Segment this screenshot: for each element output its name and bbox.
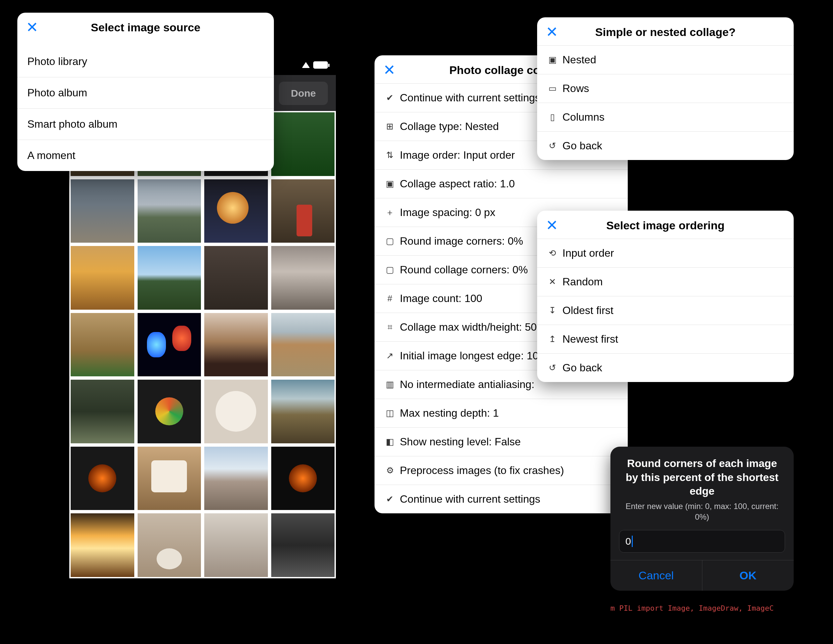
source-option-label: A moment (27, 149, 75, 162)
source-option[interactable]: Photo album (17, 77, 274, 109)
collage-type-option-icon: ▣ (547, 55, 558, 65)
photo-thumb[interactable] (271, 380, 335, 443)
collage-type-option[interactable]: ↺Go back (537, 132, 794, 160)
photo-thumb[interactable] (71, 313, 134, 377)
config-option-label: Preprocess images (to fix crashes) (400, 464, 564, 477)
photo-thumb[interactable] (271, 447, 335, 510)
collage-type-option[interactable]: ▣Nested (537, 46, 794, 74)
source-option[interactable]: A moment (17, 140, 274, 171)
done-button[interactable]: Done (279, 82, 328, 105)
collage-type-option-icon: ↺ (547, 141, 558, 151)
config-option-icon: ◧ (384, 437, 395, 447)
config-option-label: Continue with current settings (400, 92, 540, 104)
photo-thumb[interactable] (138, 246, 201, 310)
ordering-option[interactable]: ↥Newest first (537, 325, 794, 354)
alert-actions: Cancel OK (610, 560, 794, 591)
config-option-label: Initial image longest edge: 100 (400, 350, 544, 362)
photo-thumb[interactable] (204, 447, 268, 510)
config-option-label: Show nesting level: False (400, 436, 521, 448)
photo-thumb[interactable] (71, 380, 134, 443)
ordering-option[interactable]: ↧Oldest first (537, 296, 794, 325)
source-option[interactable]: Smart photo album (17, 109, 274, 140)
ordering-panel: ✕ Select image ordering ⟲Input order✕Ran… (537, 211, 794, 382)
collage-type-option-label: Go back (563, 140, 602, 152)
photo-thumb[interactable] (138, 447, 201, 510)
photo-thumb[interactable] (271, 313, 335, 377)
alert-title: Round corners of each image by this perc… (610, 447, 794, 501)
config-option-icon: ✔ (384, 494, 395, 504)
ordering-option-icon: ✕ (547, 277, 558, 287)
ordering-option-label: Go back (563, 362, 602, 374)
ordering-title: Select image ordering (560, 219, 785, 232)
config-option[interactable]: ▣Collage aspect ratio: 1.0 (375, 170, 628, 198)
close-icon[interactable]: ✕ (383, 63, 398, 77)
config-option-icon: ＋ (384, 207, 395, 218)
alert-subtitle: Enter new value (min: 0, max: 100, curre… (610, 501, 794, 530)
round-corners-alert: Round corners of each image by this perc… (610, 447, 794, 591)
close-icon[interactable]: ✕ (26, 20, 41, 35)
config-option-icon: ▣ (384, 179, 395, 189)
config-option-label: Continue with current settings (400, 493, 540, 506)
ordering-option-icon: ⟲ (547, 248, 558, 258)
config-option[interactable]: ◫Max nesting depth: 1 (375, 399, 628, 428)
config-option-icon: ✔ (384, 93, 395, 103)
source-option-label: Photo library (27, 55, 87, 68)
ok-button[interactable]: OK (702, 560, 794, 591)
config-option-label: Collage max width/height: 500 (400, 321, 543, 333)
config-option-icon: ◫ (384, 408, 395, 419)
config-option[interactable]: ◧Show nesting level: False (375, 428, 628, 456)
photo-thumb[interactable] (204, 514, 268, 577)
photo-thumb[interactable] (71, 179, 134, 243)
config-option-icon: ▥ (384, 379, 395, 390)
source-option[interactable]: Photo library (17, 46, 274, 77)
photo-thumb[interactable] (204, 246, 268, 310)
config-option-label: Image order: Input order (400, 149, 515, 161)
config-option-label: Image spacing: 0 px (400, 206, 495, 219)
close-icon[interactable]: ✕ (546, 218, 560, 233)
photo-thumb[interactable] (204, 313, 268, 377)
collage-type-option-label: Columns (563, 111, 605, 123)
photo-thumb[interactable] (138, 380, 201, 443)
collage-type-option-label: Nested (563, 54, 596, 66)
ordering-option-label: Input order (563, 247, 614, 259)
photo-thumb[interactable] (71, 447, 134, 510)
collage-type-option[interactable]: ▭Rows (537, 74, 794, 103)
photo-thumb[interactable] (204, 380, 268, 443)
collage-type-option[interactable]: ▯Columns (537, 103, 794, 132)
config-option-icon: ⌗ (384, 322, 395, 332)
photo-thumb[interactable] (71, 246, 134, 310)
photo-thumb[interactable] (271, 112, 335, 176)
photo-thumb[interactable] (271, 179, 335, 243)
ordering-option[interactable]: ⟲Input order (537, 239, 794, 268)
config-option[interactable]: ✔Continue with current settings (375, 485, 628, 514)
photo-thumb[interactable] (71, 514, 134, 577)
config-option-label: Round collage corners: 0% (400, 264, 528, 276)
photo-thumb[interactable] (271, 514, 335, 577)
code-strip: m PIL import Image, ImageDraw, ImageC (610, 604, 774, 612)
ordering-option-icon: ↧ (547, 305, 558, 316)
config-option-label: Image count: 100 (400, 292, 482, 305)
cancel-button[interactable]: Cancel (610, 560, 702, 591)
ordering-option-label: Newest first (563, 333, 618, 345)
ordering-option-icon: ↥ (547, 334, 558, 345)
ordering-option[interactable]: ↺Go back (537, 354, 794, 382)
config-option-label: No intermediate antialiasing: (400, 378, 534, 391)
source-option-label: Smart photo album (27, 118, 117, 130)
config-option[interactable]: ⚙Preprocess images (to fix crashes) (375, 456, 628, 485)
photo-thumb[interactable] (138, 313, 201, 377)
alert-input-value: 0 (626, 536, 631, 547)
collage-type-title: Simple or nested collage? (560, 26, 785, 39)
photo-thumb[interactable] (271, 246, 335, 310)
photo-grid (69, 111, 336, 578)
config-option-icon: ⊞ (384, 121, 395, 132)
photo-thumb[interactable] (138, 179, 201, 243)
close-icon[interactable]: ✕ (546, 25, 560, 39)
ordering-option-label: Random (563, 276, 603, 288)
config-option-label: Round image corners: 0% (400, 235, 523, 247)
source-option-label: Photo album (27, 87, 87, 99)
alert-input[interactable]: 0 (619, 530, 785, 553)
image-source-panel: ✕ Select image source Photo libraryPhoto… (17, 13, 274, 171)
photo-thumb[interactable] (204, 179, 268, 243)
photo-thumb[interactable] (138, 514, 201, 577)
ordering-option[interactable]: ✕Random (537, 268, 794, 296)
